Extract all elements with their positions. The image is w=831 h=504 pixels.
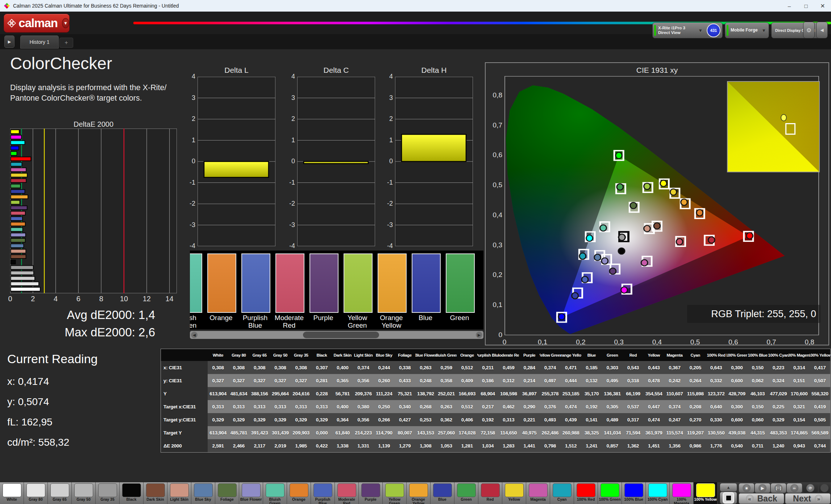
patch-color	[218, 483, 237, 497]
table-cell: 0,312	[498, 374, 519, 387]
cie-chart-title: CIE 1931 xy	[485, 66, 829, 75]
patch-button[interactable]: Foliage	[215, 482, 239, 504]
patch-button[interactable]: Green	[454, 482, 478, 504]
table-cell: 0,329	[768, 413, 789, 426]
close-button[interactable]: ✕	[814, 0, 831, 12]
swatch-color	[378, 253, 407, 313]
patch-button[interactable]: Yellow Green	[383, 482, 407, 504]
patch-button[interactable]: Black	[120, 482, 144, 504]
patch-button[interactable]: Gray 50	[72, 482, 96, 504]
patch-button[interactable]: Bluish Green	[263, 482, 287, 504]
table-cell: 613,904	[208, 387, 228, 400]
table-cell: 108,598	[498, 387, 519, 400]
scroll-left-icon[interactable]: ◀	[191, 332, 198, 338]
extra-button[interactable]	[818, 483, 831, 493]
cie-measured-point	[660, 180, 667, 186]
table-cell: 0,228	[311, 387, 332, 400]
patch-button[interactable]: Red	[478, 482, 502, 504]
axis-tick-label: 0,8	[486, 91, 502, 99]
table-cell: 0,327	[249, 374, 270, 387]
patch-button[interactable]: Dark Skin	[144, 482, 167, 504]
play-button[interactable]: ▶	[755, 483, 770, 493]
axis-tick-label: -3	[285, 221, 295, 229]
patch-button[interactable]: Orange Yellow	[407, 482, 431, 504]
patch-button[interactable]: 100% Blue	[622, 482, 646, 504]
cie-measured-point	[572, 293, 578, 299]
add-tab-button[interactable]: +	[59, 38, 73, 48]
patch-button[interactable]: Moderate Red	[335, 482, 359, 504]
scroll-right-icon[interactable]: ▶	[476, 332, 482, 338]
strip-scrollbar[interactable]: ◀ ▶	[190, 331, 483, 339]
loop-button[interactable]: ∞	[786, 483, 802, 493]
table-cell: 0,543	[623, 361, 643, 374]
page-description: Display analysis is performed with the X…	[10, 83, 186, 104]
patch-button[interactable]: Yellow	[502, 482, 526, 504]
patch-button[interactable]: Light Skin	[167, 482, 191, 504]
patch-button[interactable]: White	[0, 482, 24, 504]
patch-button[interactable]: Orange	[287, 482, 311, 504]
table-cell: 0,537	[623, 400, 643, 413]
patch-button[interactable]: 100% Magenta	[670, 482, 694, 504]
table-cell: 0,433	[394, 374, 415, 387]
patch-button[interactable]: Gray 35	[96, 482, 120, 504]
patch-label: Green	[454, 497, 478, 501]
table-row: Y613,904481,634388,156295,664204,6160,22…	[161, 387, 830, 400]
tab-scroll-button[interactable]: ▶	[4, 35, 14, 48]
table-cell: 0,264	[685, 374, 706, 387]
triangle-up-icon: ▲	[727, 485, 731, 490]
patch-button[interactable]: Gray 80	[24, 482, 48, 504]
patch-button[interactable]: Blue Flower	[239, 482, 263, 504]
axis-tick-label: -3	[383, 221, 393, 229]
table-cell: 0,330	[706, 413, 726, 426]
step-button[interactable]: [··]	[770, 483, 786, 493]
swatch-color	[344, 253, 373, 313]
deltae-bar	[11, 255, 26, 259]
stop-button[interactable]: ■	[739, 483, 755, 493]
row-label: Y	[161, 387, 208, 400]
patch-button[interactable]: Cyan	[550, 482, 574, 504]
axis-tick-label: 4	[383, 73, 393, 80]
patch-button[interactable]: Purplish Blue	[311, 482, 335, 504]
calman-menu-button[interactable]: calman ▼	[4, 14, 70, 33]
settings-button[interactable]: ⚙	[803, 22, 815, 38]
patch-button[interactable]: Blue	[431, 482, 454, 504]
axis-tick-label: -3	[185, 221, 195, 229]
patch-color	[50, 483, 69, 497]
patch-button[interactable]: Magenta	[526, 482, 550, 504]
patch-button[interactable]: 100% Cyan	[646, 482, 670, 504]
patch-button[interactable]: 100% Green	[598, 482, 622, 504]
patch-button[interactable]: Blue Sky	[191, 482, 215, 504]
patch-color	[672, 483, 691, 497]
tab-history-1[interactable]: History 1	[20, 35, 59, 49]
refresh-button[interactable]: ⟳	[802, 483, 818, 493]
column-header: Gray 35	[291, 349, 311, 361]
minimize-button[interactable]: –	[781, 0, 798, 12]
maximize-button[interactable]: □	[798, 0, 814, 12]
patch-button[interactable]: 100% Yellow	[694, 482, 718, 504]
axis-tick-label: 0,7	[486, 121, 502, 129]
source-dropdown[interactable]: Mobile Forge ▼	[725, 22, 769, 38]
deltae-bar	[11, 163, 22, 167]
column-header: 100% Yellow	[810, 349, 830, 361]
axis-tick-label: 0,8	[801, 338, 819, 346]
patch-button[interactable]: Gray 65	[48, 482, 72, 504]
table-cell: 481,634	[228, 387, 249, 400]
table-cell: 0,223	[768, 361, 789, 374]
logo-dropdown-caret-icon[interactable]: ▼	[62, 18, 69, 28]
meter-count-badge[interactable]: 431	[707, 24, 720, 37]
axis-tick-label: -1	[383, 179, 393, 186]
back-button[interactable]: « Back	[739, 493, 784, 504]
scrollbar-thumb[interactable]	[303, 332, 379, 338]
target-swatch: Bluish Green	[190, 253, 202, 329]
patch-scroll-up-button[interactable]: ▲	[720, 483, 737, 492]
pattern-window-button[interactable]	[720, 492, 737, 504]
patch-button[interactable]: Purple	[359, 482, 383, 504]
meter-dropdown[interactable]: X-Rite i1Pro 3Direct View ▼ 431	[652, 22, 723, 38]
table-cell: 166,693	[457, 387, 477, 400]
collapse-panel-button[interactable]: ◀	[816, 22, 828, 38]
patch-button[interactable]: 100% Red	[574, 482, 598, 504]
cie-measured-point	[654, 223, 660, 229]
next-button[interactable]: Next »	[785, 493, 831, 504]
display-control-dropdown[interactable]: Direct Display Control ▼	[771, 22, 823, 38]
window-titlebar: Calman 2025 Calman Ultimate for Business…	[0, 0, 831, 12]
